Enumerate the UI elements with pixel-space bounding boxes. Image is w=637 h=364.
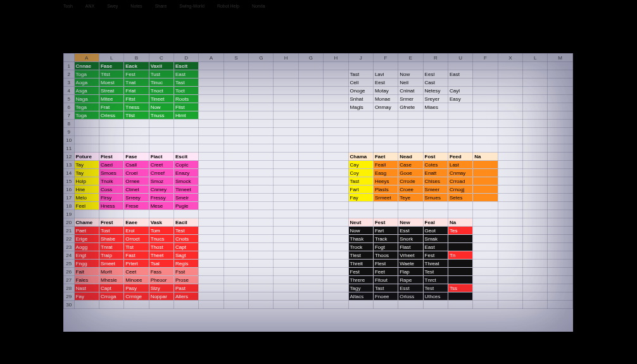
cell[interactable] [523,235,548,243]
column-header[interactable]: R [423,54,448,62]
cell[interactable] [199,103,224,111]
cell[interactable]: Crnogj [448,185,472,194]
column-header[interactable]: F [373,54,398,62]
cell[interactable]: Hness [99,202,123,210]
cell[interactable] [423,111,448,120]
cell[interactable] [224,235,248,243]
cell[interactable] [523,260,548,268]
cell[interactable] [224,185,248,194]
cell[interactable] [274,218,298,227]
row-header[interactable]: 28 [64,284,75,292]
cell[interactable]: Cayl [448,87,472,95]
cell[interactable]: Srmeet [373,194,398,202]
cell[interactable] [373,202,398,210]
cell[interactable]: Copic [174,161,199,169]
cell[interactable] [298,284,323,292]
cell[interactable] [498,136,522,144]
cell[interactable] [249,128,274,136]
cell[interactable]: Threat [423,260,448,268]
cell[interactable] [199,194,224,202]
cell[interactable]: Capt [99,284,123,292]
cell[interactable]: Orloss [398,292,423,301]
cell[interactable]: Moest [99,78,123,87]
cell[interactable] [124,210,149,218]
cell[interactable]: Cnnae [74,62,99,70]
cell[interactable]: Vrheet [398,251,423,260]
cell[interactable]: Altacs [348,292,373,301]
cell[interactable] [298,218,323,227]
cell[interactable] [523,169,548,177]
cell[interactable]: Friat [124,87,149,95]
cell[interactable] [224,268,248,276]
cell[interactable] [324,70,348,78]
cell[interactable] [224,169,248,177]
spreadsheet-grid[interactable]: ALBCDASGHGHJFERUFXLM1CnnaeFaseEackVaxilE… [63,53,573,309]
cell[interactable]: Melo [74,194,99,202]
cell[interactable] [473,120,498,128]
cell[interactable] [324,87,348,95]
cell[interactable] [274,111,298,120]
cell[interactable] [498,235,522,243]
cell[interactable] [298,62,323,70]
cell[interactable] [448,292,472,301]
cell[interactable] [324,177,348,185]
cell[interactable] [199,136,224,144]
cell[interactable]: Test [423,268,448,276]
cell[interactable]: Flap [398,268,423,276]
cell[interactable] [324,292,348,301]
cell[interactable] [298,194,323,202]
cell[interactable] [498,276,522,284]
cell[interactable] [548,161,573,169]
cell[interactable]: Setes [448,194,472,202]
cell[interactable]: Theet [149,251,173,260]
cell[interactable]: Fiact [149,153,173,161]
cell[interactable] [274,120,298,128]
cell[interactable]: Tost [99,227,123,235]
cell[interactable]: Sreyer [423,95,448,103]
column-header[interactable]: M [548,54,573,62]
cell[interactable] [498,268,522,276]
cell[interactable]: Tinuc [149,78,173,87]
cell[interactable] [548,301,573,309]
cell[interactable] [423,301,448,309]
cell[interactable]: Sagt [174,251,199,260]
cell[interactable] [423,202,448,210]
cell[interactable]: Trock [348,243,373,251]
cell[interactable] [423,136,448,144]
cell[interactable] [249,169,274,177]
cell[interactable]: Tness [124,103,149,111]
cell[interactable]: Magls [348,103,373,111]
cell[interactable] [548,218,573,227]
cell[interactable] [448,202,472,210]
cell[interactable]: Waete [398,260,423,268]
cell[interactable] [274,268,298,276]
column-header[interactable]: C [149,54,173,62]
cell[interactable] [199,128,224,136]
cell[interactable] [523,202,548,210]
cell[interactable]: Tnuss [149,111,173,120]
cell[interactable] [274,227,298,235]
cell[interactable]: Snork [398,235,423,243]
cell[interactable] [548,169,573,177]
cell[interactable] [548,111,573,120]
cell[interactable] [548,136,573,144]
cell[interactable] [473,185,498,194]
cell[interactable] [199,260,224,268]
cell[interactable]: Toct [174,87,199,95]
cell[interactable] [274,301,298,309]
row-header[interactable]: 13 [64,161,75,169]
cell[interactable]: Noppar [149,292,173,301]
cell[interactable]: Tsal [149,260,173,268]
cell[interactable]: Motay [373,87,398,95]
cell[interactable] [249,120,274,128]
cell[interactable] [298,227,323,235]
cell[interactable] [274,62,298,70]
cell[interactable] [348,202,373,210]
cell[interactable] [249,235,274,243]
row-header[interactable]: 16 [64,185,75,194]
cell[interactable]: Fass [149,268,173,276]
cell[interactable]: Neil [398,78,423,87]
cell[interactable] [448,301,472,309]
cell[interactable] [523,268,548,276]
cell[interactable] [448,210,472,218]
